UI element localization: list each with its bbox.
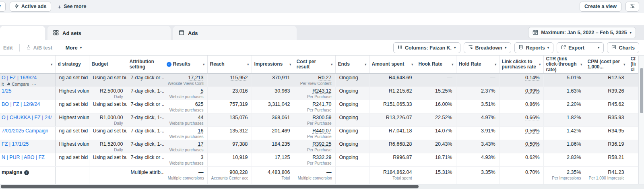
metric-value-link_rate[interactable]: 0.66% (525, 115, 539, 120)
metric-value-results[interactable]: 16 (198, 128, 204, 134)
sort-chevron-icon[interactable]: ▾ (580, 62, 582, 66)
columns-button[interactable]: Columns: Faizan K. ▾ (393, 42, 460, 53)
cell-cpm: R35.93 (585, 114, 628, 127)
sort-chevron-icon[interactable]: ▾ (331, 62, 333, 66)
horizontal-scrollbar-thumb[interactable] (1, 185, 419, 188)
cell-attribution: 7-day click, 1-... (127, 140, 164, 153)
header-ends[interactable]: Ends▾ (335, 56, 369, 74)
header-hold[interactable]: Hold Rate▾ (456, 56, 499, 74)
sort-chevron-icon[interactable]: ▾ (411, 62, 413, 66)
sort-chevron-icon[interactable]: ▾ (289, 62, 291, 66)
metric-value-results[interactable]: 17 (198, 141, 204, 147)
header-attribution[interactable]: Attribution setting (127, 56, 164, 74)
cell-hold: 4.97% (456, 114, 499, 127)
metric-value-cost[interactable]: R332.29 (312, 155, 331, 160)
metric-value-cost[interactable]: R392.25 (312, 141, 331, 147)
campaign-name-link[interactable]: 7/01/2025 Campaign (2, 128, 52, 134)
metric-value-results[interactable]: 5 (201, 88, 204, 94)
metric-sublabel: Per Purchase (298, 148, 332, 153)
sort-chevron-icon[interactable]: ▾ (495, 62, 497, 66)
horizontal-scrollbar[interactable] (0, 184, 644, 189)
header-cost[interactable]: Cost per result▾ (294, 56, 335, 74)
metric-value-link_rate[interactable]: 0.62% (525, 155, 539, 160)
metric-value-cost[interactable]: R0.27 (318, 75, 331, 81)
header-results[interactable]: iResults▾ (164, 56, 207, 74)
see-more-button[interactable]: + See more (55, 3, 89, 10)
cell-link_rate: 0.86% (499, 100, 543, 114)
tab-campaigns[interactable] (0, 26, 45, 40)
metric-sublabel: Per Purchase (298, 161, 332, 166)
header-budget[interactable]: Budget (89, 56, 127, 74)
metric-value-link_rate[interactable]: 0.14% (525, 75, 539, 81)
header-reach[interactable]: Reach▾ (207, 56, 252, 74)
header-impressions[interactable]: Impressions▾ (252, 56, 294, 74)
date-range-selector[interactable]: Maximum: Jan 5, 2022 – Feb 5, 2025 ▾ (528, 27, 636, 38)
row-more-action[interactable]: ··· (32, 82, 36, 87)
tab-ads[interactable]: Ads (173, 26, 297, 40)
cell-ends: Ongoing (335, 87, 369, 100)
metric-value-results[interactable]: 44 (198, 115, 204, 120)
campaign-name-link[interactable]: O | FZ | 16/9/24 (2, 75, 52, 81)
metric-value-results[interactable]: 17,213 (188, 75, 203, 81)
header-label: Hook Rate (419, 62, 450, 67)
metric-value-cost[interactable]: R440.07 (312, 128, 331, 134)
header-cpm[interactable]: CPM (cost per 1,000...▾ (585, 56, 628, 74)
sort-chevron-icon[interactable]: ▾ (623, 62, 625, 66)
header-name[interactable]: ▾ (0, 56, 55, 74)
view-settings-button[interactable] (625, 2, 639, 12)
export-options-button[interactable]: ▾ (594, 43, 604, 53)
campaign-name-link[interactable]: O | CHUKKA | FZ | 24/1/25 (2, 115, 52, 120)
metric-value-cost[interactable]: R300.59 (312, 115, 331, 120)
metric-value-reach[interactable]: 908,228 (229, 169, 248, 175)
sort-chevron-icon[interactable]: ▾ (203, 62, 205, 66)
partial-filter-button[interactable]: ry (0, 2, 6, 12)
info-icon[interactable]: i (167, 62, 171, 67)
metric-value-results[interactable]: 3 (201, 155, 204, 160)
cell-spent: R6,668.28 (369, 140, 416, 153)
ab-test-button[interactable]: A/B test (24, 44, 55, 52)
metric-value-link_rate[interactable]: 0.99% (525, 88, 539, 94)
vertical-scrollbar[interactable] (638, 56, 644, 184)
filter-input-band[interactable] (0, 13, 644, 25)
metric-sublabel: Website purchases (168, 121, 204, 126)
header-link_rate[interactable]: Link clicks to purchases rate▾ (499, 56, 543, 74)
metric-value-cost[interactable]: R243.12 (312, 88, 331, 94)
campaign-name-link[interactable]: N | PUR | ABO | FZ (2, 155, 52, 160)
header-hook[interactable]: Hook Rate▾ (416, 56, 456, 74)
metric-value-budget: Using ad set bud... (93, 101, 127, 107)
reports-button[interactable]: Reports ▾ (514, 42, 554, 53)
header-cpc[interactable]: CPC (link cl (628, 56, 638, 74)
export-button[interactable]: Export (557, 43, 588, 53)
chevron-down-icon: ▾ (80, 46, 82, 50)
breakdown-button[interactable]: Breakdown ▾ (464, 42, 511, 53)
sort-chevron-icon[interactable]: ▾ (452, 62, 454, 66)
edit-action[interactable]: it (2, 82, 4, 87)
vertical-scrollbar-thumb[interactable] (640, 68, 643, 113)
campaign-name-link[interactable]: 1/25 (2, 88, 52, 94)
edit-button[interactable]: Edit (1, 45, 15, 51)
campaign-name-link[interactable]: FZ | 17/1/25 (2, 141, 52, 147)
sort-chevron-icon[interactable]: ▾ (365, 62, 367, 66)
metric-value-ends: Ongoing (339, 128, 358, 134)
metric-value-link_rate[interactable]: 0.86% (525, 101, 539, 107)
metric-value-results[interactable]: 625 (195, 101, 204, 107)
metric-value-cost[interactable]: R241.70 (312, 101, 331, 107)
sort-chevron-icon[interactable]: ▾ (539, 62, 541, 66)
sort-chevron-icon[interactable]: ▾ (247, 62, 249, 66)
metric-value-link_rate[interactable]: 0.56% (525, 128, 539, 134)
compare-action[interactable]: Compare (6, 82, 29, 87)
more-button[interactable]: More ▾ (63, 45, 84, 51)
info-icon[interactable]: i (24, 170, 29, 175)
create-view-button[interactable]: Create a view (580, 2, 621, 12)
active-ads-filter-button[interactable]: Active ads (10, 2, 52, 12)
header-ctr[interactable]: CTR (link click-through rate)▾ (543, 56, 585, 74)
sort-chevron-icon[interactable]: ▾ (51, 62, 53, 66)
tab-ad-sets[interactable]: Ad sets (47, 26, 171, 40)
charts-button[interactable]: Charts (607, 42, 639, 53)
header-spent[interactable]: Amount spent▾ (369, 56, 416, 74)
header-label: Ends (338, 62, 363, 67)
campaign-name-link[interactable]: BO | FZ | 12/9/24 (2, 101, 52, 107)
header-strategy[interactable]: d strategy (55, 56, 89, 74)
metric-value-reach[interactable]: 115,952 (230, 75, 248, 81)
metric-value-link_rate[interactable]: 0.50% (525, 141, 539, 147)
